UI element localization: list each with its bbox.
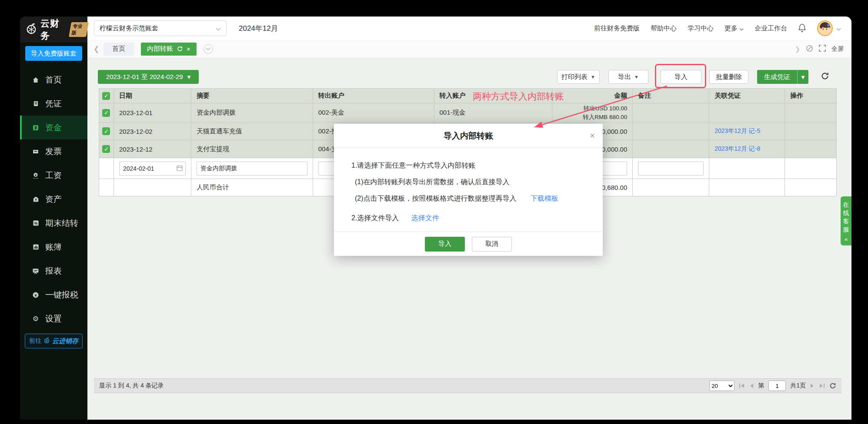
new-summary-input[interactable]	[197, 162, 307, 176]
modal-import-button[interactable]: 导入	[425, 237, 465, 252]
tab-refresh-icon[interactable]	[177, 46, 183, 52]
goto-prefix: 前往	[29, 337, 41, 345]
tab-label: 内部转账	[147, 45, 173, 53]
last-page-icon[interactable]	[819, 383, 825, 388]
prev-page-icon[interactable]	[749, 383, 754, 388]
sidebar-item-label: 报表	[45, 265, 62, 277]
cell-voucher	[709, 103, 785, 123]
row-checkbox[interactable]: ✓	[102, 109, 110, 117]
notification-bell-icon[interactable]	[798, 23, 806, 33]
cell-actions	[785, 140, 837, 158]
total-label: 人民币合计	[191, 179, 313, 196]
link-help-center[interactable]: 帮助中心	[651, 24, 677, 33]
link-enterprise-workspace[interactable]: 企业工作台	[754, 24, 787, 33]
more-menu[interactable]: 更多	[724, 24, 744, 33]
refresh-icon[interactable]	[821, 72, 829, 82]
row-checkbox[interactable]: ✓	[102, 145, 110, 153]
row-checkbox[interactable]: ✓	[102, 127, 110, 135]
tabs-scroll-right-icon[interactable]: ❯	[795, 46, 800, 53]
cell-note	[633, 123, 709, 140]
asset-icon: ¥	[31, 196, 40, 202]
circle-slash-icon[interactable]	[806, 45, 813, 53]
support-char: 服	[843, 225, 849, 234]
user-menu[interactable]	[817, 20, 841, 36]
closing-icon: %	[31, 220, 40, 226]
refresh-icon[interactable]	[829, 382, 836, 389]
topbar: 柠檬云财务示范账套 2024年12月 前往财务免费版 帮助中心 学习中心 更多 …	[87, 17, 851, 40]
svg-text:¥: ¥	[34, 126, 37, 130]
tabs-scroll-left-icon[interactable]: ❮	[93, 45, 99, 53]
cell-date: 2023-12-02	[114, 123, 191, 140]
cell-note	[633, 140, 709, 158]
tabs: 首页 内部转账 ×	[103, 43, 213, 56]
choose-file-link[interactable]: 选择文件	[411, 214, 439, 222]
sidebar-item-settings[interactable]: ⚙ 设置	[20, 307, 87, 331]
sidebar-item-label: 工资	[45, 170, 62, 181]
print-label: 打印列表	[561, 73, 588, 81]
sidebar-item-voucher[interactable]: 凭证	[20, 92, 87, 116]
import-button[interactable]: 导入	[661, 70, 701, 84]
sidebar-item-assets[interactable]: ¥ 资产	[20, 187, 87, 211]
sidebar-item-home[interactable]: 首页	[20, 68, 87, 92]
batch-delete-button[interactable]: 批量删除	[709, 70, 748, 84]
tab-home[interactable]: 首页	[103, 43, 134, 56]
sidebar-item-ledgers[interactable]: 账簿	[20, 235, 87, 259]
download-template-link[interactable]: 下载模板	[531, 195, 558, 202]
lemon-small-icon	[43, 337, 50, 345]
records-info: 显示 1 到 4, 共 4 条记录	[99, 382, 164, 390]
lemon-logo-icon	[25, 23, 37, 36]
tab-close-icon[interactable]: ×	[187, 45, 190, 53]
close-icon[interactable]: ×	[590, 131, 595, 141]
account-set-select[interactable]: 柠檬云财务示范账套	[94, 20, 227, 36]
new-note-input[interactable]	[638, 162, 704, 176]
tabs-dropdown-icon[interactable]	[204, 44, 213, 54]
salary-icon: ¥	[31, 172, 40, 179]
sidebar-menu: 首页 凭证 ¥ 资金 发票 ¥ 工资 ¥ 资产 %	[20, 68, 87, 331]
tab-internal-transfer[interactable]: 内部转账 ×	[141, 43, 197, 56]
col-header: 转出账户	[313, 89, 434, 103]
modal-cancel-button[interactable]: 取消	[472, 237, 512, 252]
date-range-button[interactable]: 2023-12-01 至 2024-02-29 ▾	[98, 70, 199, 84]
import-label: 导入	[674, 73, 688, 81]
sidebar-item-funds[interactable]: ¥ 资金	[20, 116, 87, 139]
fullscreen-icon[interactable]	[819, 45, 826, 53]
cell-actions	[785, 103, 837, 123]
more-label: 更多	[724, 24, 738, 33]
generate-voucher-button[interactable]: 生成凭证	[757, 70, 797, 84]
modal-header: 导入内部转账 ×	[334, 124, 603, 148]
modal-option2: (2)点击下载模板，按照模板格式进行数据整理再导入 下载模板	[351, 194, 585, 203]
calendar-icon[interactable]	[177, 165, 183, 172]
brand-edition-badge: 专业版	[69, 22, 89, 37]
link-learning-center[interactable]: 学习中心	[688, 24, 714, 33]
voucher-link[interactable]: 2023年12月 记-8	[714, 145, 760, 153]
voucher-link[interactable]: 2023年12月 记-5	[714, 127, 760, 135]
cell-date: 2023-12-12	[114, 140, 191, 158]
sidebar-item-period-closing[interactable]: % 期末结转	[20, 211, 87, 235]
print-list-button[interactable]: 打印列表 ▼	[557, 70, 600, 84]
generate-voucher-dropdown[interactable]: ▾	[797, 70, 808, 84]
total-pages: 共1页	[790, 382, 806, 390]
fullscreen-label[interactable]: 全屏	[831, 45, 844, 53]
next-page-icon[interactable]	[810, 383, 815, 388]
export-button[interactable]: 导出 ▼	[608, 70, 648, 84]
col-header: 操作	[785, 89, 837, 103]
sidebar-item-tax-filing[interactable]: ¥ 一键报税	[20, 283, 87, 307]
select-all-checkbox[interactable]: ✓	[102, 92, 110, 100]
page-size-select[interactable]: 20	[709, 381, 734, 391]
sidebar-item-reports[interactable]: 报表	[20, 259, 87, 283]
cell-date: 2023-12-01	[114, 103, 191, 123]
sidebar-item-salary[interactable]: ¥ 工资	[20, 163, 87, 187]
online-support-tab[interactable]: 在 线 客 服 «	[841, 196, 851, 245]
sidebar-item-label: 首页	[45, 74, 62, 86]
sidebar-item-label: 资产	[45, 194, 62, 205]
sidebar-item-invoice[interactable]: 发票	[20, 139, 87, 163]
goto-inventory-button[interactable]: 前往 云进销存	[25, 334, 83, 348]
cell-note	[633, 103, 709, 123]
new-date-input[interactable]	[119, 162, 186, 176]
import-free-account-button[interactable]: 导入免费版账套	[25, 46, 82, 61]
first-page-icon[interactable]	[739, 383, 745, 388]
link-free-version[interactable]: 前往财务免费版	[594, 24, 640, 33]
sidebar-item-label: 设置	[45, 313, 62, 325]
page-prefix: 第	[758, 382, 764, 390]
page-number-input[interactable]	[768, 381, 786, 391]
